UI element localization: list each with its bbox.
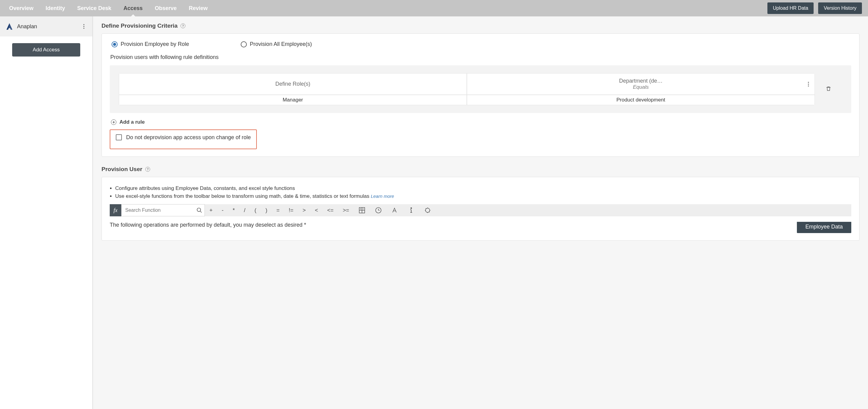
col-header-text: Define Role(s) <box>275 81 310 87</box>
col-define-roles: Define Role(s) <box>119 73 467 95</box>
op-eq[interactable]: = <box>272 204 284 216</box>
svg-point-3 <box>808 82 809 83</box>
top-nav: Overview Identity Service Desk Access Ob… <box>0 0 868 17</box>
sidebar-header: Anaplan <box>0 17 92 36</box>
info-list: Configure attributes using Employee Data… <box>110 184 851 200</box>
search-function-input[interactable] <box>122 204 194 216</box>
rule-box: Define Role(s) Department (de… Equals Ma… <box>110 65 851 113</box>
radio-provision-by-role[interactable]: Provision Employee by Role <box>112 41 189 48</box>
main-content: Define Provisioning Criteria ? Provision… <box>93 17 868 409</box>
tab-service-desk[interactable]: Service Desk <box>71 0 117 17</box>
cell-role[interactable]: Manager <box>119 95 467 105</box>
deprovision-option[interactable]: Do not deprovision app access upon chang… <box>110 129 257 149</box>
function-search <box>121 204 205 216</box>
help-icon[interactable]: ? <box>181 23 185 28</box>
app-logo-icon <box>5 23 13 30</box>
sidebar: Anaplan Add Access <box>0 17 93 409</box>
operator-bar: + - * / ( ) = != > < <= >= <box>205 204 851 216</box>
radio-label: Provision All Employee(s) <box>250 41 312 48</box>
criteria-title: Define Provisioning Criteria ? <box>101 23 860 29</box>
svg-point-1 <box>83 26 84 27</box>
svg-line-26 <box>426 209 426 209</box>
svg-point-4 <box>808 84 809 85</box>
math-category-icon[interactable] <box>354 204 370 216</box>
op-lt[interactable]: < <box>310 204 323 216</box>
svg-point-5 <box>808 85 809 86</box>
radio-icon <box>241 41 247 48</box>
op-plus[interactable]: + <box>205 204 217 216</box>
app-name: Anaplan <box>17 23 81 30</box>
cell-text: Product development <box>616 97 665 103</box>
add-rule-button[interactable]: + Add a rule <box>111 119 851 125</box>
svg-line-7 <box>200 211 202 213</box>
info-category-icon[interactable] <box>403 204 420 216</box>
fx-icon: fx <box>110 204 121 216</box>
radio-label: Provision Employee by Role <box>121 41 189 48</box>
op-neq[interactable]: != <box>284 204 298 216</box>
rule-intro: Provision users with following rule defi… <box>110 54 851 60</box>
checkbox-icon[interactable] <box>116 134 122 140</box>
statistics-category-icon[interactable] <box>420 204 436 216</box>
search-icon[interactable] <box>194 207 205 213</box>
tab-access[interactable]: Access <box>117 0 149 17</box>
radio-icon <box>112 41 118 48</box>
help-icon[interactable]: ? <box>145 167 150 172</box>
col-header-sub: Equals <box>633 84 649 90</box>
nav-actions: Upload HR Data Version History <box>767 2 862 14</box>
datetime-category-icon[interactable] <box>370 204 386 216</box>
sidebar-menu-icon[interactable] <box>81 23 87 29</box>
svg-point-0 <box>83 24 84 25</box>
nav-tabs: Overview Identity Service Desk Access Ob… <box>3 0 767 17</box>
criteria-panel: Provision Employee by Role Provision All… <box>101 33 860 157</box>
col-department: Department (de… Equals <box>467 73 815 95</box>
op-gt[interactable]: > <box>298 204 311 216</box>
tab-review[interactable]: Review <box>183 0 214 17</box>
add-rule-label: Add a rule <box>119 119 145 125</box>
provision-user-panel: Configure attributes using Employee Data… <box>101 177 860 241</box>
op-lparen[interactable]: ( <box>250 204 261 216</box>
radio-provision-all[interactable]: Provision All Employee(s) <box>241 41 312 48</box>
delete-rule-icon[interactable] <box>826 86 831 93</box>
formula-toolbar: fx + - * / ( ) = != > < <box>110 204 851 216</box>
text-category-icon[interactable] <box>386 204 403 216</box>
add-access-button[interactable]: Add Access <box>12 43 80 57</box>
op-multiply[interactable]: * <box>228 204 240 216</box>
svg-line-27 <box>429 212 429 212</box>
op-divide[interactable]: / <box>240 204 250 216</box>
column-menu-icon[interactable] <box>805 81 811 87</box>
default-operations-text: The following operations are performed b… <box>110 222 306 228</box>
learn-more-link[interactable]: Learn more <box>371 194 394 199</box>
info-text: Use excel-style functions from the toolb… <box>115 193 369 199</box>
info-item: Configure attributes using Employee Data… <box>115 184 851 192</box>
rule-actions <box>815 73 842 105</box>
upload-hr-data-button[interactable]: Upload HR Data <box>767 2 814 14</box>
deprovision-label: Do not deprovision app access upon chang… <box>126 134 251 141</box>
provision-user-title-text: Provision User <box>101 166 142 172</box>
employee-data-chip[interactable]: Employee Data <box>797 222 851 233</box>
op-minus[interactable]: - <box>217 204 228 216</box>
cell-department[interactable]: Product development + <box>467 95 815 105</box>
version-history-button[interactable]: Version History <box>818 2 862 14</box>
info-item: Use excel-style functions from the toolb… <box>115 192 851 200</box>
svg-point-2 <box>83 28 84 29</box>
op-lte[interactable]: <= <box>323 204 338 216</box>
provision-user-title: Provision User ? <box>101 166 860 172</box>
criteria-title-text: Define Provisioning Criteria <box>101 23 178 29</box>
op-gte[interactable]: >= <box>338 204 354 216</box>
tab-identity[interactable]: Identity <box>39 0 71 17</box>
col-header-text: Department (de… <box>619 78 662 84</box>
plus-icon: + <box>111 119 116 125</box>
tab-observe[interactable]: Observe <box>149 0 183 17</box>
svg-point-6 <box>197 208 201 212</box>
tab-overview[interactable]: Overview <box>3 0 39 17</box>
svg-point-18 <box>411 208 411 209</box>
op-rparen[interactable]: ) <box>261 204 272 216</box>
